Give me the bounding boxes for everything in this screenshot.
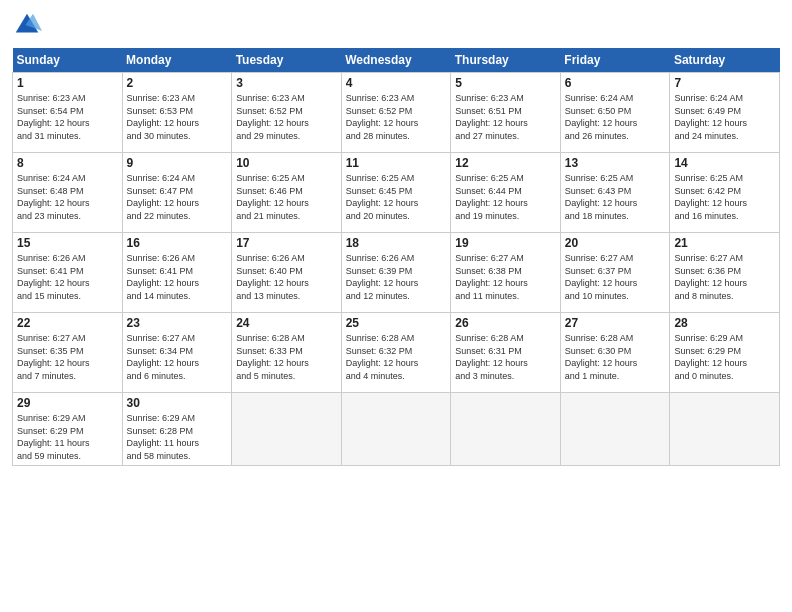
logo xyxy=(12,10,46,40)
col-header-wednesday: Wednesday xyxy=(341,48,451,73)
day-cell: 10Sunrise: 6:25 AM Sunset: 6:46 PM Dayli… xyxy=(232,153,342,233)
day-number: 2 xyxy=(127,76,228,90)
day-number: 9 xyxy=(127,156,228,170)
day-cell: 30Sunrise: 6:29 AM Sunset: 6:28 PM Dayli… xyxy=(122,393,232,466)
day-info: Sunrise: 6:27 AM Sunset: 6:37 PM Dayligh… xyxy=(565,252,666,302)
day-info: Sunrise: 6:28 AM Sunset: 6:31 PM Dayligh… xyxy=(455,332,556,382)
day-cell: 16Sunrise: 6:26 AM Sunset: 6:41 PM Dayli… xyxy=(122,233,232,313)
day-info: Sunrise: 6:23 AM Sunset: 6:54 PM Dayligh… xyxy=(17,92,118,142)
day-cell xyxy=(232,393,342,466)
day-cell: 5Sunrise: 6:23 AM Sunset: 6:51 PM Daylig… xyxy=(451,73,561,153)
page-container: SundayMondayTuesdayWednesdayThursdayFrid… xyxy=(0,0,792,476)
day-cell: 23Sunrise: 6:27 AM Sunset: 6:34 PM Dayli… xyxy=(122,313,232,393)
col-header-friday: Friday xyxy=(560,48,670,73)
day-cell: 18Sunrise: 6:26 AM Sunset: 6:39 PM Dayli… xyxy=(341,233,451,313)
day-info: Sunrise: 6:23 AM Sunset: 6:52 PM Dayligh… xyxy=(346,92,447,142)
day-number: 27 xyxy=(565,316,666,330)
day-cell: 27Sunrise: 6:28 AM Sunset: 6:30 PM Dayli… xyxy=(560,313,670,393)
day-cell: 14Sunrise: 6:25 AM Sunset: 6:42 PM Dayli… xyxy=(670,153,780,233)
day-number: 14 xyxy=(674,156,775,170)
day-number: 25 xyxy=(346,316,447,330)
day-number: 13 xyxy=(565,156,666,170)
day-number: 18 xyxy=(346,236,447,250)
day-info: Sunrise: 6:25 AM Sunset: 6:43 PM Dayligh… xyxy=(565,172,666,222)
day-cell: 1Sunrise: 6:23 AM Sunset: 6:54 PM Daylig… xyxy=(13,73,123,153)
day-info: Sunrise: 6:27 AM Sunset: 6:38 PM Dayligh… xyxy=(455,252,556,302)
week-row-1: 1Sunrise: 6:23 AM Sunset: 6:54 PM Daylig… xyxy=(13,73,780,153)
day-number: 12 xyxy=(455,156,556,170)
day-number: 17 xyxy=(236,236,337,250)
day-info: Sunrise: 6:26 AM Sunset: 6:39 PM Dayligh… xyxy=(346,252,447,302)
day-info: Sunrise: 6:27 AM Sunset: 6:35 PM Dayligh… xyxy=(17,332,118,382)
day-number: 26 xyxy=(455,316,556,330)
day-info: Sunrise: 6:29 AM Sunset: 6:29 PM Dayligh… xyxy=(674,332,775,382)
day-cell: 26Sunrise: 6:28 AM Sunset: 6:31 PM Dayli… xyxy=(451,313,561,393)
day-number: 29 xyxy=(17,396,118,410)
day-cell: 22Sunrise: 6:27 AM Sunset: 6:35 PM Dayli… xyxy=(13,313,123,393)
day-number: 1 xyxy=(17,76,118,90)
day-info: Sunrise: 6:28 AM Sunset: 6:30 PM Dayligh… xyxy=(565,332,666,382)
day-cell: 4Sunrise: 6:23 AM Sunset: 6:52 PM Daylig… xyxy=(341,73,451,153)
day-info: Sunrise: 6:23 AM Sunset: 6:52 PM Dayligh… xyxy=(236,92,337,142)
col-header-tuesday: Tuesday xyxy=(232,48,342,73)
day-number: 8 xyxy=(17,156,118,170)
day-cell: 29Sunrise: 6:29 AM Sunset: 6:29 PM Dayli… xyxy=(13,393,123,466)
day-info: Sunrise: 6:23 AM Sunset: 6:51 PM Dayligh… xyxy=(455,92,556,142)
day-info: Sunrise: 6:28 AM Sunset: 6:33 PM Dayligh… xyxy=(236,332,337,382)
day-cell: 2Sunrise: 6:23 AM Sunset: 6:53 PM Daylig… xyxy=(122,73,232,153)
day-cell: 24Sunrise: 6:28 AM Sunset: 6:33 PM Dayli… xyxy=(232,313,342,393)
day-info: Sunrise: 6:25 AM Sunset: 6:44 PM Dayligh… xyxy=(455,172,556,222)
day-number: 3 xyxy=(236,76,337,90)
day-number: 16 xyxy=(127,236,228,250)
day-number: 7 xyxy=(674,76,775,90)
day-cell xyxy=(670,393,780,466)
day-cell: 3Sunrise: 6:23 AM Sunset: 6:52 PM Daylig… xyxy=(232,73,342,153)
day-number: 5 xyxy=(455,76,556,90)
day-number: 10 xyxy=(236,156,337,170)
day-number: 23 xyxy=(127,316,228,330)
day-number: 4 xyxy=(346,76,447,90)
week-row-3: 15Sunrise: 6:26 AM Sunset: 6:41 PM Dayli… xyxy=(13,233,780,313)
day-info: Sunrise: 6:23 AM Sunset: 6:53 PM Dayligh… xyxy=(127,92,228,142)
day-info: Sunrise: 6:26 AM Sunset: 6:41 PM Dayligh… xyxy=(127,252,228,302)
day-cell xyxy=(451,393,561,466)
day-info: Sunrise: 6:26 AM Sunset: 6:41 PM Dayligh… xyxy=(17,252,118,302)
day-number: 24 xyxy=(236,316,337,330)
header xyxy=(12,10,780,40)
day-cell: 15Sunrise: 6:26 AM Sunset: 6:41 PM Dayli… xyxy=(13,233,123,313)
day-cell: 11Sunrise: 6:25 AM Sunset: 6:45 PM Dayli… xyxy=(341,153,451,233)
day-info: Sunrise: 6:24 AM Sunset: 6:50 PM Dayligh… xyxy=(565,92,666,142)
day-cell: 17Sunrise: 6:26 AM Sunset: 6:40 PM Dayli… xyxy=(232,233,342,313)
day-cell: 9Sunrise: 6:24 AM Sunset: 6:47 PM Daylig… xyxy=(122,153,232,233)
day-info: Sunrise: 6:25 AM Sunset: 6:45 PM Dayligh… xyxy=(346,172,447,222)
day-info: Sunrise: 6:24 AM Sunset: 6:47 PM Dayligh… xyxy=(127,172,228,222)
week-row-2: 8Sunrise: 6:24 AM Sunset: 6:48 PM Daylig… xyxy=(13,153,780,233)
day-number: 22 xyxy=(17,316,118,330)
day-info: Sunrise: 6:27 AM Sunset: 6:36 PM Dayligh… xyxy=(674,252,775,302)
week-row-4: 22Sunrise: 6:27 AM Sunset: 6:35 PM Dayli… xyxy=(13,313,780,393)
day-info: Sunrise: 6:27 AM Sunset: 6:34 PM Dayligh… xyxy=(127,332,228,382)
day-info: Sunrise: 6:25 AM Sunset: 6:42 PM Dayligh… xyxy=(674,172,775,222)
logo-icon xyxy=(12,10,42,40)
day-cell: 25Sunrise: 6:28 AM Sunset: 6:32 PM Dayli… xyxy=(341,313,451,393)
week-row-5: 29Sunrise: 6:29 AM Sunset: 6:29 PM Dayli… xyxy=(13,393,780,466)
day-info: Sunrise: 6:24 AM Sunset: 6:48 PM Dayligh… xyxy=(17,172,118,222)
day-info: Sunrise: 6:28 AM Sunset: 6:32 PM Dayligh… xyxy=(346,332,447,382)
day-number: 20 xyxy=(565,236,666,250)
col-header-thursday: Thursday xyxy=(451,48,561,73)
calendar-table: SundayMondayTuesdayWednesdayThursdayFrid… xyxy=(12,48,780,466)
day-info: Sunrise: 6:29 AM Sunset: 6:28 PM Dayligh… xyxy=(127,412,228,462)
day-number: 15 xyxy=(17,236,118,250)
day-cell: 12Sunrise: 6:25 AM Sunset: 6:44 PM Dayli… xyxy=(451,153,561,233)
day-number: 6 xyxy=(565,76,666,90)
day-cell: 20Sunrise: 6:27 AM Sunset: 6:37 PM Dayli… xyxy=(560,233,670,313)
col-header-monday: Monday xyxy=(122,48,232,73)
day-cell: 19Sunrise: 6:27 AM Sunset: 6:38 PM Dayli… xyxy=(451,233,561,313)
day-info: Sunrise: 6:29 AM Sunset: 6:29 PM Dayligh… xyxy=(17,412,118,462)
day-cell: 13Sunrise: 6:25 AM Sunset: 6:43 PM Dayli… xyxy=(560,153,670,233)
col-header-saturday: Saturday xyxy=(670,48,780,73)
day-number: 30 xyxy=(127,396,228,410)
day-number: 11 xyxy=(346,156,447,170)
day-cell: 8Sunrise: 6:24 AM Sunset: 6:48 PM Daylig… xyxy=(13,153,123,233)
day-cell: 21Sunrise: 6:27 AM Sunset: 6:36 PM Dayli… xyxy=(670,233,780,313)
